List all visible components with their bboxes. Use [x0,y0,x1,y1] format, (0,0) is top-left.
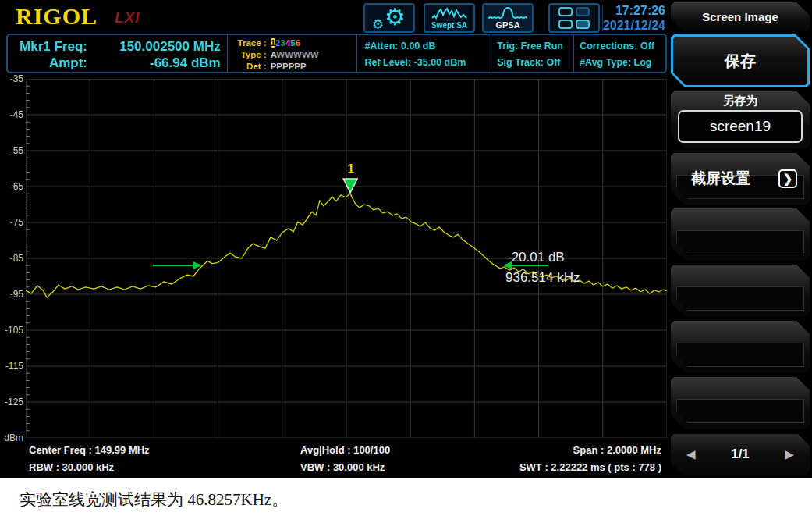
save-button-label: 保存 [671,34,810,87]
page-next-button[interactable]: ▶ [785,447,794,461]
page-prev-button[interactable]: ◀ [686,447,696,461]
trace-det: P [300,62,307,71]
swept-sa-label: Swept SA [431,21,467,30]
save-as-filename-field[interactable]: screen19 [678,110,803,143]
trace-det: P [276,62,282,71]
bottom-status-bar: Center Freq : 149.99 MHz RBW : 30.000 kH… [0,441,668,478]
trace-type: W [285,50,293,59]
clock: 17:27:26 2021/12/24 [603,3,665,33]
marker-ampt-value: -66.94 dBm [150,55,221,71]
menu-title-text: Screen Image [671,2,810,31]
type-label: Type : [232,50,267,59]
submenu-arrow-icon: ❯ [778,169,797,188]
y-tick-label: -125 [0,397,23,407]
trigger-settings: Trig: Free Run Sig Track: Off [491,35,573,72]
y-tick-label: -85 [0,253,23,264]
softkey-blank-2[interactable] [671,265,810,316]
marker-1-label: 1 [347,162,354,176]
y-tick-label: -35 [0,73,23,84]
ref-level-readout: Ref Level: -35.00 dBm [364,55,491,71]
y-tick-label: -115 [0,361,23,372]
trace-det: P [282,62,289,71]
screenshot-settings-button[interactable]: 截屏设置 ❯ [671,153,810,205]
trace-status-panel: Trace :123456 Type :AWWWWW Det :PPPPPP [228,35,357,72]
atten-readout: #Atten: 0.00 dB [364,38,491,55]
trace-type: W [310,50,319,59]
y-tick-label: -65 [0,181,23,192]
marker-ampt-label: Ampt: [12,55,87,71]
trace-type: W [293,50,302,59]
marker-readout: Mkr1 Freq: 150.002500 MHz Ampt: -66.94 d… [8,35,227,72]
menu-pager: ◀ 1/1 ▶ [671,434,810,475]
trig-readout: Trig: Free Run [497,38,573,55]
trace-label: Trace : [232,38,267,48]
trace-type: W [302,50,310,59]
swt-readout: SWT : 2.22222 ms ( pts : 778 ) [519,459,661,476]
gpsa-mode-button[interactable]: GPSA [482,3,534,33]
amplitude-settings: #Atten: 0.00 dB Ref Level: -35.00 dBm [357,35,491,72]
det-label: Det : [232,62,267,71]
rbw-readout: RBW : 30.000 kHz [29,459,150,476]
ndb-delta-label: -20.01 dB [507,250,565,265]
marker-1-triangle [343,179,357,193]
center-freq-readout: Center Freq : 149.99 MHz [29,442,150,459]
corrections-readout: Corrections: Off [580,38,665,55]
correction-settings: Corrections: Off #Avg Type: Log [574,35,665,72]
softkey-blank-3[interactable] [671,321,810,372]
layout-button[interactable] [548,3,600,33]
marker-freq-value: 150.002500 MHz [119,38,220,55]
trace-det: P [294,62,300,71]
lxi-badge: LXI [115,9,140,27]
avg-hold-readout: Avg|Hold : 100/100 [300,442,390,459]
window-layout-icon [558,7,590,29]
y-tick-label: -55 [0,145,23,156]
y-tick-label: -95 [0,289,23,300]
swept-sa-icon [431,7,467,21]
date-display: 2021/12/24 [603,18,665,33]
analyzer-screen: RIGOL LXI ⚙⚙ Swept SA GPSA 17:27:26 [0,0,812,478]
caption-text: 实验室线宽测试结果为 46.8257KHz。 [20,489,800,510]
y-tick-label: -105 [0,325,23,336]
rigol-logo: RIGOL [16,3,98,30]
gpsa-label: GPSA [495,21,519,30]
time-display: 17:27:26 [603,3,665,18]
gear-icon: ⚙⚙ [371,6,407,30]
sig-track-readout: Sig Track: Off [497,55,573,71]
avg-type-readout: #Avg Type: Log [580,55,665,71]
trace-type: W [276,50,285,59]
softkey-blank-1[interactable] [671,208,810,260]
page-indicator: 1/1 [731,446,750,462]
y-tick-label: -75 [0,217,23,228]
page: RIGOL LXI ⚙⚙ Swept SA GPSA 17:27:26 [0,0,812,530]
system-settings-button[interactable]: ⚙⚙ [363,3,415,33]
span-readout: Span : 2.0000 MHz [519,442,661,459]
gpsa-icon [488,7,528,21]
vbw-readout: VBW : 30.000 kHz [300,459,390,476]
softkey-blank-4[interactable] [671,377,810,429]
menu-title-screen-image: Screen Image [671,2,810,31]
ndb-bandwidth-label: 936.514 kHz [505,270,580,285]
swept-sa-mode-button[interactable]: Swept SA [424,3,475,33]
marker-freq-label: Mkr1 Freq: [12,38,87,55]
y-tick-label: -45 [0,109,23,120]
spectrum-plot: -20.01 dB936.514 kHz1 [26,79,667,438]
save-as-button[interactable]: 另存为 screen19 [671,91,810,148]
save-button[interactable]: 保存 [671,34,810,87]
info-bar: Mkr1 Freq: 150.002500 MHz Ampt: -66.94 d… [6,34,667,73]
softkey-menu: Screen Image 保存 另存为 screen19 截屏设置 ❯ ◀ 1/… [669,0,812,478]
trace-num[interactable]: 6 [296,38,300,48]
